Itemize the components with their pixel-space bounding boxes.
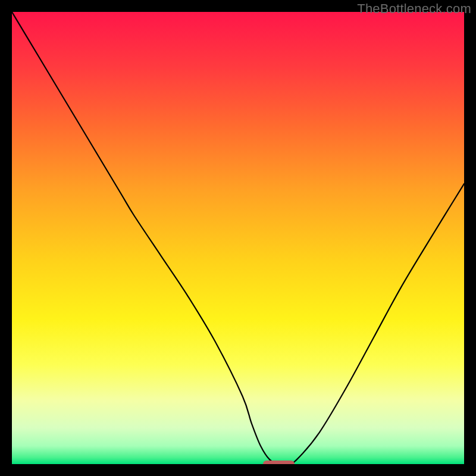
optimal-marker: [263, 461, 295, 464]
watermark-text: TheBottleneck.com: [357, 1, 471, 17]
chart-stage: TheBottleneck.com: [0, 0, 476, 476]
bottleneck-curve: [12, 12, 464, 464]
plot-area: [12, 12, 464, 464]
